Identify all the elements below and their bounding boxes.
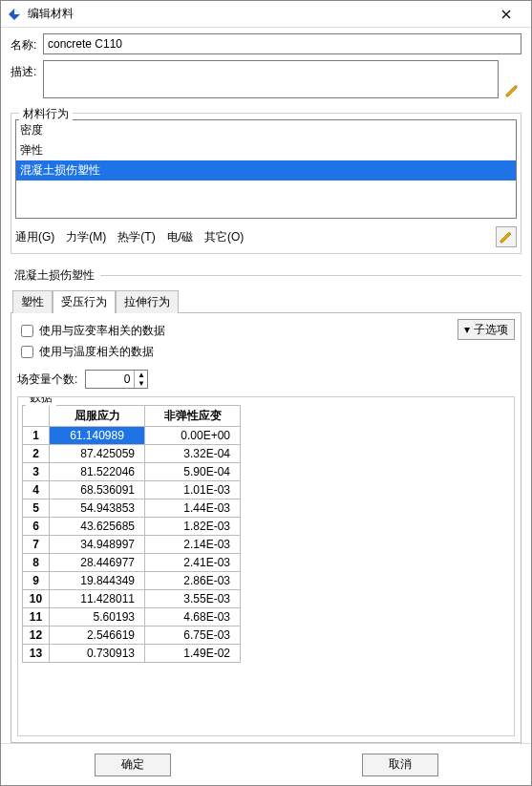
col-strain[interactable]: 非弹性应变 bbox=[145, 406, 241, 427]
cell-strain[interactable]: 1.44E-03 bbox=[145, 499, 241, 518]
ok-button[interactable]: 确定 bbox=[95, 754, 171, 776]
table-row[interactable]: 122.5466196.75E-03 bbox=[23, 627, 241, 645]
svg-marker-1 bbox=[14, 9, 20, 14]
table-row[interactable]: 381.5220465.90E-04 bbox=[23, 463, 241, 481]
cell-strain[interactable]: 2.14E-03 bbox=[145, 536, 241, 554]
name-input[interactable] bbox=[43, 33, 521, 54]
row-number[interactable]: 2 bbox=[23, 445, 50, 463]
tab[interactable]: 受压行为 bbox=[53, 290, 116, 313]
cell-strain[interactable]: 4.68E-03 bbox=[145, 608, 241, 627]
behavior-item[interactable]: 混凝土损伤塑性 bbox=[16, 160, 516, 181]
cell-stress[interactable]: 61.140989 bbox=[50, 427, 145, 445]
field-vars-input[interactable] bbox=[86, 371, 134, 388]
tab-body: 使用与应变率相关的数据 使用与温度相关的数据 ▾ 子选项 场变量个数: bbox=[11, 312, 521, 743]
delete-behavior-button[interactable] bbox=[496, 226, 517, 247]
spinner-down[interactable]: ▼ bbox=[134, 379, 147, 388]
table-row[interactable]: 468.5360911.01E-03 bbox=[23, 481, 241, 499]
cell-stress[interactable]: 68.536091 bbox=[50, 481, 145, 499]
cell-strain[interactable]: 6.75E-03 bbox=[145, 627, 241, 645]
edit-description-button[interactable] bbox=[502, 60, 521, 98]
menu-other[interactable]: 其它(O) bbox=[204, 229, 244, 245]
strain-rate-label: 使用与应变率相关的数据 bbox=[39, 323, 165, 339]
row-number[interactable]: 9 bbox=[23, 572, 50, 590]
table-row[interactable]: 643.6256851.82E-03 bbox=[23, 518, 241, 536]
triangle-down-icon: ▾ bbox=[464, 323, 470, 336]
row-number[interactable]: 3 bbox=[23, 463, 50, 481]
pencil-icon bbox=[504, 83, 520, 98]
table-row[interactable]: 734.9489972.14E-03 bbox=[23, 536, 241, 554]
cell-strain[interactable]: 2.86E-03 bbox=[145, 572, 241, 590]
section-title: 混凝土损伤塑性 bbox=[11, 267, 100, 284]
cell-stress[interactable]: 81.522046 bbox=[50, 463, 145, 481]
cell-strain[interactable]: 1.82E-03 bbox=[145, 518, 241, 536]
menu-electromagnetic[interactable]: 电/磁 bbox=[167, 229, 193, 245]
menu-thermal[interactable]: 热学(T) bbox=[117, 229, 155, 245]
close-icon bbox=[501, 10, 511, 19]
content: 名称: 描述: 材料行为 密度弹性混凝土损伤塑性 通用(G) 力学(M) 热学(… bbox=[1, 28, 531, 743]
cell-stress[interactable]: 34.948997 bbox=[50, 536, 145, 554]
cell-strain[interactable]: 1.49E-02 bbox=[145, 645, 241, 663]
cell-strain[interactable]: 5.90E-04 bbox=[145, 463, 241, 481]
cell-strain[interactable]: 1.01E-03 bbox=[145, 481, 241, 499]
col-stress[interactable]: 屈服应力 bbox=[50, 406, 145, 427]
row-number[interactable]: 11 bbox=[23, 608, 50, 627]
cell-stress[interactable]: 87.425059 bbox=[50, 445, 145, 463]
cell-strain[interactable]: 0.00E+00 bbox=[145, 427, 241, 445]
table-row[interactable]: 287.4250593.32E-04 bbox=[23, 445, 241, 463]
behavior-item[interactable]: 密度 bbox=[16, 120, 516, 140]
table-row[interactable]: 130.7309131.49E-02 bbox=[23, 645, 241, 663]
spinner-up[interactable]: ▲ bbox=[134, 371, 147, 379]
suboptions-button[interactable]: ▾ 子选项 bbox=[458, 319, 515, 340]
cell-stress[interactable]: 28.446977 bbox=[50, 554, 145, 572]
cell-strain[interactable]: 3.55E-03 bbox=[145, 590, 241, 608]
data-table[interactable]: 屈服应力 非弹性应变 161.1409890.00E+00287.4250593… bbox=[22, 405, 241, 663]
row-number[interactable]: 7 bbox=[23, 536, 50, 554]
row-number[interactable]: 8 bbox=[23, 554, 50, 572]
app-icon bbox=[7, 7, 22, 22]
row-number[interactable]: 5 bbox=[23, 499, 50, 518]
menu-mechanical[interactable]: 力学(M) bbox=[66, 229, 106, 245]
titlebar: 编辑材料 bbox=[1, 1, 531, 28]
table-row[interactable]: 1011.4280113.55E-03 bbox=[23, 590, 241, 608]
field-vars-spinner[interactable]: ▲ ▼ bbox=[85, 370, 148, 389]
data-group: 数据 屈服应力 非弹性应变 161.1409890.00E+00287.4250… bbox=[17, 396, 515, 736]
cell-stress[interactable]: 54.943853 bbox=[50, 499, 145, 518]
temperature-checkbox[interactable] bbox=[21, 346, 33, 358]
table-row[interactable]: 554.9438531.44E-03 bbox=[23, 499, 241, 518]
cell-stress[interactable]: 19.844349 bbox=[50, 572, 145, 590]
tab[interactable]: 塑性 bbox=[12, 290, 53, 313]
row-number[interactable]: 4 bbox=[23, 481, 50, 499]
behavior-menus: 通用(G) 力学(M) 热学(T) 电/磁 其它(O) bbox=[15, 224, 517, 249]
strain-rate-checkbox-row[interactable]: 使用与应变率相关的数据 bbox=[17, 322, 458, 340]
material-editor-window: 编辑材料 名称: 描述: 材料行为 密度弹性混凝土损伤塑性 通用(G) 力学(M… bbox=[0, 0, 532, 786]
cell-stress[interactable]: 2.546619 bbox=[50, 627, 145, 645]
row-number[interactable]: 10 bbox=[23, 590, 50, 608]
window-title: 编辑材料 bbox=[28, 6, 487, 22]
cancel-button[interactable]: 取消 bbox=[362, 754, 438, 776]
table-row[interactable]: 161.1409890.00E+00 bbox=[23, 427, 241, 445]
cell-stress[interactable]: 0.730913 bbox=[50, 645, 145, 663]
cell-strain[interactable]: 3.32E-04 bbox=[145, 445, 241, 463]
row-header-blank bbox=[23, 406, 50, 427]
field-vars-label: 场变量个数: bbox=[17, 372, 77, 388]
cell-stress[interactable]: 43.625685 bbox=[50, 518, 145, 536]
table-row[interactable]: 115.601934.68E-03 bbox=[23, 608, 241, 627]
cell-stress[interactable]: 11.428011 bbox=[50, 590, 145, 608]
footer: 确定 取消 bbox=[1, 743, 531, 785]
close-button[interactable] bbox=[487, 1, 525, 27]
table-row[interactable]: 919.8443492.86E-03 bbox=[23, 572, 241, 590]
description-textarea[interactable] bbox=[43, 60, 499, 98]
row-number[interactable]: 1 bbox=[23, 427, 50, 445]
cell-stress[interactable]: 5.60193 bbox=[50, 608, 145, 627]
cell-strain[interactable]: 2.41E-03 bbox=[145, 554, 241, 572]
behavior-list[interactable]: 密度弹性混凝土损伤塑性 bbox=[15, 119, 517, 219]
row-number[interactable]: 6 bbox=[23, 518, 50, 536]
row-number[interactable]: 12 bbox=[23, 627, 50, 645]
behavior-item[interactable]: 弹性 bbox=[16, 140, 516, 160]
menu-general[interactable]: 通用(G) bbox=[15, 229, 54, 245]
tab[interactable]: 拉伸行为 bbox=[116, 290, 179, 313]
temperature-checkbox-row[interactable]: 使用与温度相关的数据 bbox=[17, 343, 458, 361]
table-row[interactable]: 828.4469772.41E-03 bbox=[23, 554, 241, 572]
row-number[interactable]: 13 bbox=[23, 645, 50, 663]
strain-rate-checkbox[interactable] bbox=[21, 325, 33, 337]
